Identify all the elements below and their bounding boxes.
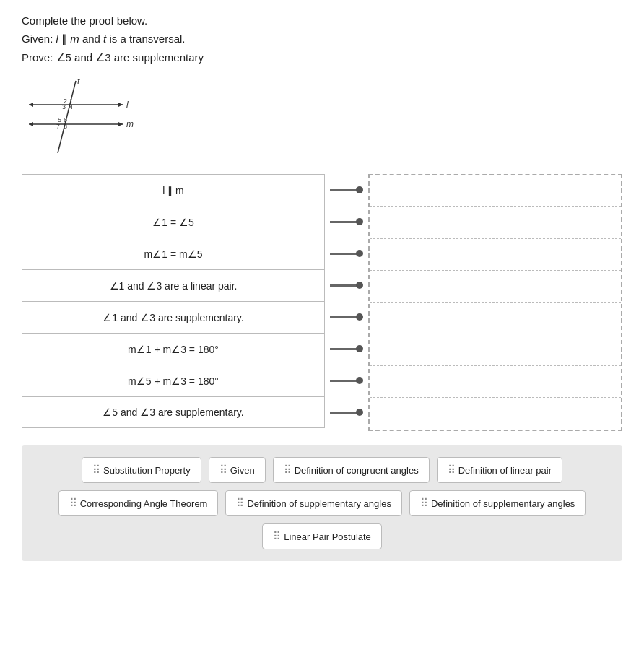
reason-row-8[interactable] [370,398,621,430]
drag-icon: ⠿ [219,464,226,477]
tile-label-def-congruent: Definition of congruent angles [295,465,419,476]
reason-row-5[interactable] [370,303,621,334]
svg-marker-3 [29,103,33,107]
tile-label-substitution: Substitution Property [103,465,191,476]
reason-row-6[interactable] [370,334,621,366]
connector-dot-5 [356,313,363,321]
tile-def-supplementary-1[interactable]: ⠿ Definition of supplementary angles [225,490,401,516]
svg-text:7: 7 [56,123,60,130]
connector-dot-4 [356,282,363,289]
svg-marker-8 [29,122,33,126]
connector-4 [325,269,368,301]
statement-row-5: ∠1 and ∠3 are supplementary. [22,301,325,333]
given-prefix: Given: [22,32,56,45]
svg-text:8: 8 [64,123,67,130]
tile-label-def-supplementary-2: Definition of supplementary angles [431,498,575,509]
statement-row-2: ∠1 = ∠5 [22,206,325,238]
tile-label-def-linear-pair: Definition of linear pair [458,465,552,476]
tile-label-linear-pair-postulate: Linear Pair Postulate [284,531,371,542]
connector-dot-7 [356,377,363,384]
given-line: Given: l ∥ m and t is a transversal. [22,32,622,45]
drag-icon: ⠿ [92,464,99,477]
diagram: l m t 2 3 4 1 5 7 8 6 [22,77,137,157]
statement-row-8: ∠5 and ∠3 are supplementary. [22,396,325,428]
connector-line-1 [330,189,357,191]
svg-text:6: 6 [64,116,67,123]
drag-icon: ⠿ [420,497,427,510]
tile-def-supplementary-2[interactable]: ⠿ Definition of supplementary angles [409,490,586,516]
tile-def-congruent[interactable]: ⠿ Definition of congruent angles [273,457,430,483]
tile-label-corresponding: Corresponding Angle Theorem [80,498,208,509]
statement-row-3: m∠1 = m∠5 [22,238,325,269]
reason-row-3[interactable] [370,239,621,271]
connector-dot-2 [356,218,363,225]
connector-6 [325,333,368,365]
drag-icon: ⠿ [273,530,279,543]
tile-given[interactable]: ⠿ Given [209,457,266,483]
prove-content: ∠5 and ∠3 are supplementary [56,51,204,64]
svg-text:l: l [126,100,129,110]
connector-dot-3 [356,250,363,257]
tiles-area: ⠿ Substitution Property ⠿ Given ⠿ Defini… [22,445,622,561]
drag-icon: ⠿ [284,464,290,477]
svg-text:m: m [126,119,134,129]
connector-dot-8 [356,409,363,416]
connector-line-6 [330,348,357,350]
connector-line-3 [330,253,357,255]
prove-line: Prove: ∠5 and ∠3 are supplementary [22,51,622,64]
statement-row-4: ∠1 and ∠3 are a linear pair. [22,269,325,301]
connector-7 [325,365,368,396]
svg-marker-1 [118,103,123,107]
tile-label-given: Given [230,465,255,476]
svg-text:3: 3 [62,103,66,110]
connector-8 [325,396,368,428]
connector-line-4 [330,284,357,287]
connector-dot-1 [356,186,363,193]
statement-row-7: m∠5 + m∠3 = 180° [22,365,325,396]
svg-marker-6 [118,122,123,126]
tile-substitution-property[interactable]: ⠿ Substitution Property [82,457,201,483]
reason-row-4[interactable] [370,271,621,303]
tile-linear-pair-postulate[interactable]: ⠿ Linear Pair Postulate [262,523,382,549]
reason-row-7[interactable] [370,366,621,398]
statement-row-6: m∠1 + m∠3 = 180° [22,333,325,365]
reason-row-1[interactable] [370,175,621,207]
connector-line-8 [330,412,357,414]
connector-line-2 [330,221,357,223]
proof-table: l ∥ m ∠1 = ∠5 m∠1 = m∠5 ∠1 and ∠3 are a … [22,174,622,431]
drag-icon: ⠿ [448,464,454,477]
connector-2 [325,206,368,238]
connector-dot-6 [356,345,363,352]
given-parallel: ∥ [58,32,70,45]
tile-label-def-supplementary-1: Definition of supplementary angles [247,498,391,509]
drag-icon: ⠿ [236,497,243,510]
transversal-diagram: l m t 2 3 4 1 5 7 8 6 [22,77,137,157]
connector-5 [325,301,368,333]
drag-icon: ⠿ [69,497,76,510]
connector-1 [325,174,368,206]
connector-column [325,174,368,428]
tile-corresponding-angle[interactable]: ⠿ Corresponding Angle Theorem [58,490,219,516]
connector-line-5 [330,316,357,318]
prove-prefix: Prove: [22,51,56,64]
connector-3 [325,238,368,269]
svg-text:t: t [77,77,80,87]
svg-text:1: 1 [69,97,73,105]
connector-line-7 [330,380,357,382]
given-end: is a transversal. [106,32,185,45]
given-m: m [70,32,79,45]
instruction-line1: Complete the proof below. [22,14,622,27]
given-suffix: and [79,32,103,45]
statements-column: l ∥ m ∠1 = ∠5 m∠1 = m∠5 ∠1 and ∠3 are a … [22,174,325,428]
reasons-column[interactable] [368,174,622,431]
statement-row-1: l ∥ m [22,174,325,206]
reason-row-2[interactable] [370,207,621,239]
tile-def-linear-pair[interactable]: ⠿ Definition of linear pair [437,457,562,483]
